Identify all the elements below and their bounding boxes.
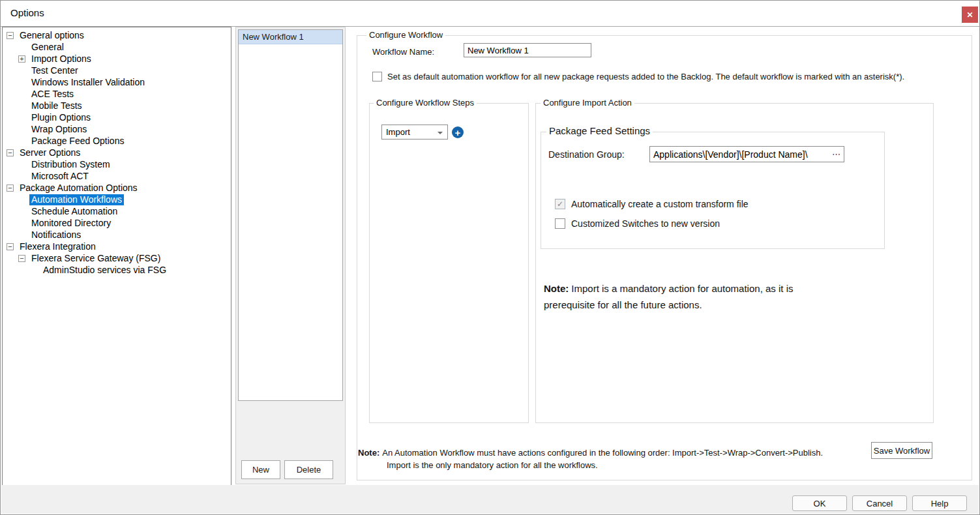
tree-item-label[interactable]: General [29, 42, 66, 53]
tree-item-label[interactable]: Windows Installer Validation [29, 77, 147, 88]
tree-item[interactable]: Microsoft ACT [3, 170, 231, 182]
collapse-icon[interactable]: − [7, 149, 14, 156]
checkbox-unchecked[interactable] [555, 218, 565, 229]
options-dialog: Options ✕ −General optionsGeneral+Import… [0, 0, 980, 515]
workflow-name-input[interactable] [464, 43, 591, 57]
tree-item[interactable]: Schedule Automation [3, 205, 231, 217]
tree-indent-spacer [18, 138, 25, 145]
save-workflow-button[interactable]: Save Workflow [871, 442, 932, 459]
tree-item[interactable]: −Server Options [3, 147, 231, 158]
default-workflow-checkbox-label: Set as default automation workflow for a… [387, 72, 904, 81]
checkbox-checked[interactable]: ✓ [555, 199, 565, 209]
tree-item-label[interactable]: Import Options [29, 53, 93, 65]
workflow-list-item[interactable]: New Workflow 1 [239, 30, 342, 44]
cancel-button[interactable]: Cancel [852, 495, 907, 511]
tree-item[interactable]: AdminStudio services via FSG [3, 264, 231, 276]
workflow-order-note-line2: Import is the only mandatory action for … [387, 460, 598, 470]
tree-item[interactable]: Windows Installer Validation [3, 76, 231, 88]
tree-indent-spacer [18, 173, 25, 180]
tree-item[interactable]: +Import Options [3, 53, 231, 65]
tree-item-label[interactable]: AdminStudio services via FSG [41, 265, 168, 276]
tree-item-label[interactable]: Flexera Integration [18, 241, 98, 252]
expand-icon[interactable]: + [18, 55, 25, 63]
import-action-group: Configure Import Action Package Feed Set… [535, 103, 934, 423]
tree-item[interactable]: −General options [3, 29, 231, 41]
workflow-steps-group: Configure Workflow Steps Import + [369, 103, 529, 423]
tree-indent-spacer [18, 161, 25, 168]
tree-item[interactable]: −Package Automation Options [3, 182, 231, 194]
configure-panel: Configure Workflow Workflow Name: Set as… [353, 27, 977, 486]
tree-item[interactable]: ACE Tests [3, 88, 231, 100]
new-workflow-button[interactable]: New [241, 460, 280, 479]
tree-item[interactable]: General [3, 41, 231, 53]
tree-item[interactable]: Package Feed Options [3, 135, 231, 147]
tree-indent-spacer [18, 91, 25, 98]
tree-item[interactable]: Wrap Options [3, 123, 231, 135]
tree-item-label[interactable]: Distribution System [29, 159, 112, 170]
close-icon: ✕ [966, 10, 973, 20]
tree-item[interactable]: Test Center [3, 65, 231, 76]
tree-item[interactable]: Notifications [3, 229, 231, 241]
package-feed-settings-title: Package Feed Settings [546, 125, 653, 136]
tree-item-label[interactable]: Schedule Automation [29, 206, 119, 217]
package-feed-settings-group: Package Feed Settings Destination Group:… [541, 132, 885, 249]
tree-item[interactable]: Distribution System [3, 158, 231, 170]
tree-indent-spacer [18, 102, 25, 110]
checkbox-label: Customized Switches to new version [571, 218, 720, 229]
tree-indent-spacer [18, 79, 25, 86]
tree-item-label[interactable]: ACE Tests [29, 89, 76, 100]
browse-ellipsis-icon[interactable]: ⋯ [830, 149, 840, 159]
ok-button[interactable]: OK [792, 495, 847, 511]
checkbox-row: ✓Automatically create a custom transform… [555, 194, 749, 214]
tree-item-label[interactable]: Test Center [29, 65, 80, 76]
import-mandatory-note: Note:Import is a mandatory action for au… [544, 280, 823, 313]
tree-indent-spacer [18, 220, 25, 227]
help-button[interactable]: Help [912, 495, 967, 511]
tree-item-label[interactable]: Notifications [29, 229, 83, 241]
tree-item-label[interactable]: Mobile Tests [29, 100, 84, 111]
destination-group-value: Applications\[Vendor]\[Product Name]\ [653, 149, 830, 160]
tree-item-label[interactable]: Package Automation Options [18, 183, 140, 194]
chevron-down-icon [438, 132, 443, 134]
destination-group-input[interactable]: Applications\[Vendor]\[Product Name]\ ⋯ [649, 146, 844, 162]
tree-item-label[interactable]: Microsoft ACT [29, 171, 91, 182]
collapse-icon[interactable]: − [7, 184, 14, 192]
tree-item[interactable]: Plugin Options [3, 111, 231, 123]
checkbox-label: Automatically create a custom transform … [571, 199, 749, 209]
default-workflow-checkbox[interactable] [372, 72, 382, 81]
collapse-icon[interactable]: − [7, 243, 14, 250]
close-button[interactable]: ✕ [962, 7, 978, 23]
tree-indent-spacer [18, 114, 25, 121]
window-title: Options [10, 7, 44, 18]
checkbox-row: Customized Switches to new version [555, 214, 749, 233]
tree-item[interactable]: Monitored Directory [3, 217, 231, 229]
destination-group-label: Destination Group: [548, 149, 625, 160]
workflow-step-value: Import [386, 127, 410, 137]
tree-item-label[interactable]: Automation Workflows [29, 194, 124, 205]
tree-item[interactable]: Automation Workflows [3, 194, 231, 205]
tree-indent-spacer [18, 126, 25, 133]
tree-item-label[interactable]: Wrap Options [29, 124, 89, 135]
tree-item[interactable]: −Flexera Integration [3, 241, 231, 252]
tree-item-label[interactable]: Monitored Directory [29, 218, 113, 229]
tree-item-label[interactable]: Server Options [18, 147, 82, 158]
tree-item-label[interactable]: Flexera Service Gateway (FSG) [29, 253, 162, 264]
tree-indent-spacer [18, 44, 25, 51]
collapse-icon[interactable]: − [7, 32, 14, 39]
collapse-icon[interactable]: − [18, 255, 25, 262]
add-step-button[interactable]: + [452, 126, 464, 138]
tree-item[interactable]: −Flexera Service Gateway (FSG) [3, 252, 231, 264]
title-bar: Options ✕ [1, 1, 979, 27]
plus-icon: + [455, 128, 461, 138]
tree-item-label[interactable]: Plugin Options [29, 112, 93, 123]
note-label: Note: [358, 448, 379, 458]
workflow-list-panel: New Workflow 1 New Delete [235, 27, 346, 484]
tree-item-label[interactable]: General options [18, 30, 86, 41]
workflow-order-note-line1: Note:An Automation Workflow must have ac… [358, 448, 823, 458]
delete-workflow-button[interactable]: Delete [284, 460, 333, 479]
tree-item-label[interactable]: Package Feed Options [29, 136, 126, 147]
tree-item[interactable]: Mobile Tests [3, 100, 231, 111]
tree-indent-spacer [18, 196, 25, 203]
workflow-step-dropdown[interactable]: Import [381, 125, 448, 140]
import-action-group-title: Configure Import Action [541, 98, 634, 108]
